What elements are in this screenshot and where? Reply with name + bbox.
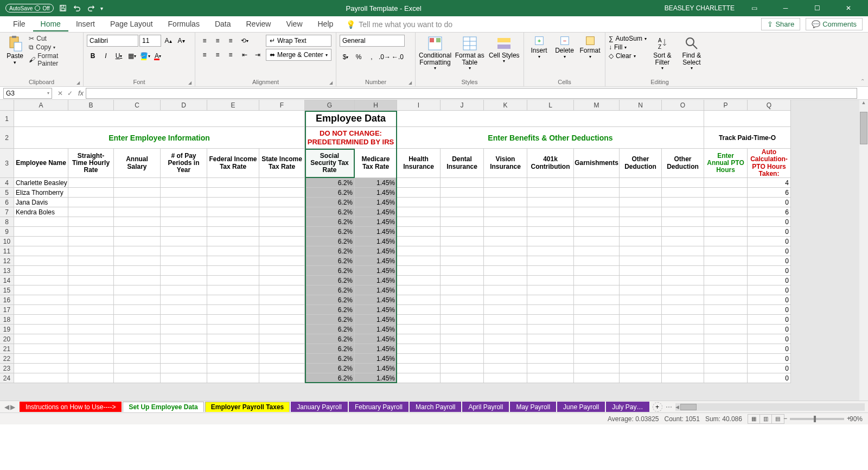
cell[interactable] (114, 246, 161, 256)
cell[interactable]: 1.45% (355, 285, 397, 295)
cell[interactable]: 1.45% (355, 373, 397, 383)
cell[interactable]: Kendra Boles (14, 207, 68, 217)
cell[interactable] (527, 256, 574, 266)
sheet-tab[interactable]: April Payroll (462, 402, 509, 412)
cell[interactable] (527, 344, 574, 354)
cell[interactable] (68, 295, 114, 305)
cell[interactable] (14, 344, 68, 354)
cell[interactable]: 0 (748, 217, 791, 227)
clear-button[interactable]: ◇Clear▾ (609, 52, 647, 60)
cell[interactable]: 0 (748, 354, 791, 364)
page-break-view-icon[interactable]: ▤ (772, 415, 784, 423)
cell[interactable] (397, 295, 441, 305)
cell[interactable]: 6.2% (305, 246, 355, 256)
cell[interactable] (484, 246, 527, 256)
cell[interactable] (14, 276, 68, 285)
cell[interactable]: 6.2% (305, 305, 355, 315)
cell[interactable] (161, 354, 207, 364)
cell[interactable] (704, 256, 748, 266)
cell[interactable]: 1.45% (355, 276, 397, 285)
column-header-N[interactable]: N (620, 100, 662, 111)
cell[interactable] (207, 178, 259, 188)
cell[interactable] (704, 217, 748, 227)
cell[interactable] (704, 246, 748, 256)
increase-font-icon[interactable]: A▴ (162, 35, 174, 47)
cell[interactable] (207, 217, 259, 227)
cell[interactable] (114, 207, 161, 217)
cell[interactable] (620, 295, 662, 305)
cell[interactable] (161, 178, 207, 188)
bold-button[interactable]: B (87, 50, 99, 62)
cell[interactable] (527, 188, 574, 198)
cell[interactable] (207, 364, 259, 373)
underline-button[interactable]: U▾ (113, 50, 125, 62)
cell[interactable] (527, 246, 574, 256)
cell[interactable]: 6.2% (305, 354, 355, 364)
cell[interactable] (704, 198, 748, 207)
cell[interactable] (14, 227, 68, 237)
menu-formulas[interactable]: Formulas (161, 17, 207, 31)
column-header-H[interactable]: H (355, 100, 397, 111)
save-icon[interactable] (58, 3, 68, 13)
cell[interactable] (662, 364, 704, 373)
cell[interactable] (704, 334, 748, 344)
cell[interactable] (527, 325, 574, 334)
cell[interactable] (14, 373, 68, 383)
cell[interactable]: 6.2% (305, 227, 355, 237)
cell[interactable] (574, 305, 620, 315)
row-header-20[interactable]: 20 (0, 334, 14, 344)
cell[interactable] (441, 188, 484, 198)
cell[interactable] (441, 364, 484, 373)
cell[interactable] (704, 276, 748, 285)
cell[interactable]: 0 (748, 198, 791, 207)
ribbon-display-icon[interactable]: ▭ (742, 0, 766, 16)
cell[interactable] (662, 227, 704, 237)
cell[interactable] (14, 256, 68, 266)
column-header-M[interactable]: M (574, 100, 620, 111)
minimize-icon[interactable]: ─ (774, 0, 797, 16)
zoom-slider[interactable] (790, 418, 844, 420)
cell[interactable] (259, 237, 305, 246)
cell[interactable]: 6.2% (305, 237, 355, 246)
cell[interactable] (68, 373, 114, 383)
cell[interactable] (704, 364, 748, 373)
cell[interactable]: 0 (748, 237, 791, 246)
column-header-I[interactable]: I (397, 100, 441, 111)
cell[interactable] (662, 315, 704, 325)
cell[interactable] (484, 325, 527, 334)
cell[interactable] (114, 266, 161, 276)
fill-button[interactable]: ↓Fill▾ (609, 43, 647, 51)
cell[interactable] (484, 237, 527, 246)
cell[interactable] (259, 217, 305, 227)
cell[interactable] (397, 227, 441, 237)
cell[interactable] (397, 237, 441, 246)
cell[interactable] (620, 266, 662, 276)
cell[interactable] (114, 188, 161, 198)
cell[interactable] (620, 276, 662, 285)
cell[interactable] (527, 178, 574, 188)
cell[interactable] (574, 344, 620, 354)
cell[interactable] (207, 246, 259, 256)
cell[interactable] (68, 315, 114, 325)
font-dialog-icon[interactable]: ◢ (188, 80, 192, 85)
cell[interactable]: 0 (748, 295, 791, 305)
zoom-level[interactable]: 90% (850, 415, 863, 423)
cell[interactable]: 1.45% (355, 227, 397, 237)
row-header-2[interactable]: 2 (0, 127, 14, 149)
cell[interactable]: 6.2% (305, 295, 355, 305)
cell[interactable] (484, 373, 527, 383)
cell[interactable] (161, 325, 207, 334)
cell[interactable] (207, 198, 259, 207)
cell[interactable]: 1.45% (355, 334, 397, 344)
cell[interactable] (68, 305, 114, 315)
cell[interactable] (484, 266, 527, 276)
cell[interactable] (620, 325, 662, 334)
conditional-formatting-button[interactable]: Conditional Formatting▾ (419, 35, 451, 71)
cell[interactable] (114, 295, 161, 305)
cell[interactable] (161, 305, 207, 315)
cell[interactable] (574, 373, 620, 383)
cell[interactable] (14, 111, 305, 127)
horizontal-scrollbar[interactable]: ◀ (675, 403, 865, 411)
comments-button[interactable]: 💬 Comments (806, 18, 863, 30)
cell[interactable] (161, 188, 207, 198)
